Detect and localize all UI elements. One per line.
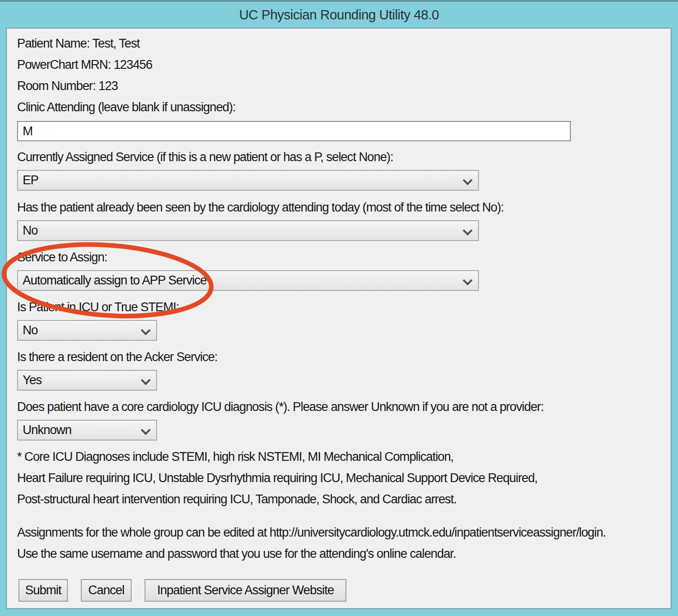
icu-or-stemi-value: No [23, 323, 38, 338]
title-bar: UC Physician Rounding Utility 48.0 [0, 2, 678, 28]
core-icu-note-line1: * Core ICU Diagnoses include STEMI, high… [17, 450, 454, 463]
seen-today-select[interactable]: No [17, 220, 479, 241]
cancel-button[interactable]: Cancel [81, 579, 132, 602]
current-service-label: Currently Assigned Service (if this is a… [17, 151, 393, 163]
core-icu-note-line3: Post-structural heart intervention requi… [17, 493, 456, 506]
window-title: UC Physician Rounding Utility 48.0 [239, 7, 439, 23]
powerchart-mrn-text: PowerChart MRN: 123456 [17, 58, 152, 71]
submit-button[interactable]: Submit [18, 579, 68, 602]
chevron-down-icon [142, 377, 148, 383]
current-service-select[interactable]: EP [17, 170, 479, 191]
core-icu-note-line2: Heart Failure requiring ICU, Unstable Dy… [17, 471, 538, 484]
acker-resident-label: Is there a resident on the Acker Service… [17, 350, 218, 363]
service-to-assign-select[interactable]: Automatically assign to APP Service [17, 270, 479, 291]
icu-or-stemi-label: Is Patient in ICU or True STEMI: [17, 301, 179, 314]
core-icu-diagnosis-select[interactable]: Unknown [17, 420, 157, 441]
chevron-down-icon [464, 227, 470, 234]
patient-name-text: Patient Name: Test, Test [17, 37, 139, 50]
current-service-value: EP [23, 173, 38, 187]
acker-resident-value: Yes [23, 373, 42, 387]
clinic-attending-input[interactable] [17, 121, 571, 141]
chevron-down-icon [142, 427, 148, 433]
dialog-panel: Patient Name: Test, Test PowerChart MRN:… [6, 28, 672, 609]
core-icu-diagnosis-value: Unknown [23, 423, 72, 437]
acker-resident-select[interactable]: Yes [17, 370, 157, 391]
service-to-assign-value: Automatically assign to APP Service [23, 273, 206, 288]
room-number-text: Room Number: 123 [17, 79, 118, 92]
clinic-attending-label: Clinic Attending (leave blank if unassig… [17, 101, 236, 114]
assignments-note-line2: Use the same username and password that … [17, 547, 456, 560]
icu-or-stemi-select[interactable]: No [17, 320, 157, 341]
inpatient-service-assigner-website-button[interactable]: Inpatient Service Assigner Website [145, 579, 346, 602]
chevron-down-icon [464, 277, 470, 284]
app-window: { "window": { "title": "UC Physician Rou… [0, 0, 678, 616]
service-to-assign-label: Service to Assign: [17, 251, 107, 264]
chevron-down-icon [142, 327, 148, 333]
assignments-note-line1: Assignments for the whole group can be e… [17, 526, 605, 539]
seen-today-value: No [23, 223, 38, 238]
core-icu-diagnosis-label: Does patient have a core cardiology ICU … [17, 400, 544, 413]
chevron-down-icon [464, 177, 470, 183]
seen-today-label: Has the patient already been seen by the… [17, 201, 503, 214]
